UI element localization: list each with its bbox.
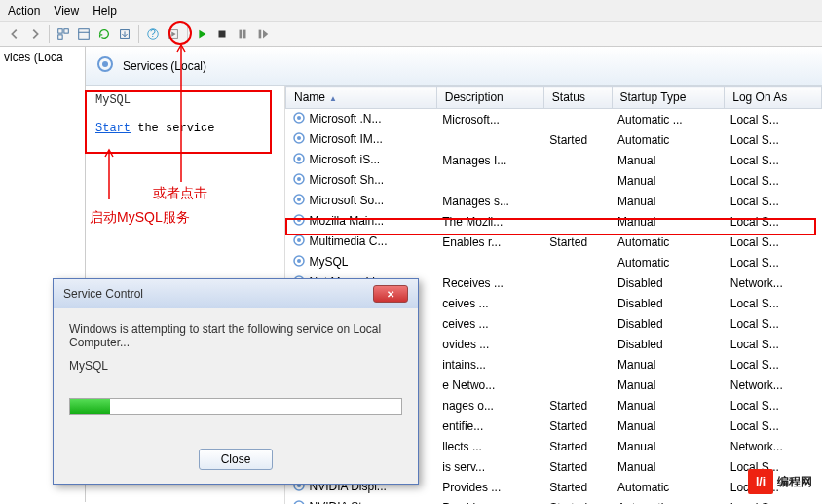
col-desc[interactable]: Description: [436, 87, 543, 109]
pause-icon[interactable]: [234, 25, 251, 43]
dialog-service-name: MySQL: [69, 359, 402, 373]
cell-status: [543, 375, 612, 395]
cell-logon: Local S...: [725, 170, 822, 191]
cell-startup: Automatic: [612, 477, 725, 497]
dialog-close-button[interactable]: ✕: [373, 285, 408, 303]
refresh-icon[interactable]: [95, 25, 113, 43]
table-row[interactable]: Mozilla Main...The Mozil...ManualLocal S…: [286, 211, 822, 232]
help-icon[interactable]: ?: [144, 25, 162, 43]
cell-status: [543, 191, 612, 211]
cell-desc: Manages s...: [436, 191, 543, 211]
menu-bar: Action View Help: [0, 0, 822, 22]
export-icon[interactable]: [116, 25, 133, 43]
cell-logon: Local S...: [725, 313, 822, 334]
cell-desc: [436, 252, 543, 272]
table-row[interactable]: Microsoft Sh...ManualLocal S...: [286, 170, 822, 191]
toolbar-divider: [49, 25, 50, 43]
play-icon[interactable]: [193, 25, 210, 43]
svg-point-28: [297, 238, 301, 242]
close-button[interactable]: Close: [199, 449, 274, 470]
cell-status: [543, 109, 612, 130]
cell-logon: Local S...: [725, 252, 822, 272]
service-control-dialog: Service Control ✕ Windows is attempting …: [53, 278, 419, 485]
cell-status: [543, 252, 612, 272]
cell-name: Microsoft iS...: [310, 153, 381, 166]
table-row[interactable]: Microsoft IM...StartedAutomaticLocal S..…: [286, 129, 822, 150]
svg-rect-12: [259, 30, 262, 39]
service-gear-icon: [292, 111, 306, 127]
col-startup[interactable]: Startup Type: [612, 87, 725, 109]
cell-status: [543, 211, 612, 232]
menu-action[interactable]: Action: [8, 4, 40, 18]
cell-desc: Enables r...: [436, 232, 543, 252]
start-service-link[interactable]: Start: [95, 122, 131, 135]
cell-startup: Disabled: [612, 293, 725, 313]
svg-point-16: [297, 116, 301, 120]
cell-status: [543, 170, 612, 191]
cell-startup: Automatic ...: [612, 109, 725, 130]
svg-rect-9: [219, 31, 226, 38]
svg-text:?: ?: [150, 27, 156, 39]
cell-desc: llects ...: [436, 436, 543, 456]
svg-point-24: [297, 198, 301, 201]
svg-point-22: [297, 177, 301, 181]
cell-startup: Disabled: [612, 272, 725, 293]
cell-logon: Local S...: [725, 129, 822, 150]
toolbar-divider: [187, 25, 188, 43]
cell-name: Microsoft .N...: [310, 112, 382, 126]
table-row[interactable]: Microsoft .N...Microsoft...Automatic ...…: [286, 109, 822, 130]
services-header: Services (Local): [86, 47, 822, 86]
restart-icon[interactable]: [254, 25, 272, 43]
service-gear-icon: [292, 193, 306, 209]
cell-logon: Local S...: [725, 497, 822, 504]
col-status[interactable]: Status: [543, 87, 612, 109]
menu-view[interactable]: View: [54, 4, 79, 18]
cell-logon: Local S...: [725, 109, 822, 130]
cell-startup: Manual: [612, 436, 725, 456]
table-row[interactable]: Multimedia C...Enables r...StartedAutoma…: [286, 232, 822, 252]
cell-desc: intains...: [436, 354, 543, 375]
menu-help[interactable]: Help: [93, 4, 117, 18]
cell-desc: is serv...: [436, 456, 543, 477]
step-icon[interactable]: [165, 25, 182, 43]
cell-status: Started: [543, 232, 612, 252]
back-icon[interactable]: [6, 25, 23, 43]
col-name[interactable]: Name▲: [286, 87, 437, 109]
cell-desc: nages o...: [436, 395, 543, 415]
cell-logon: Local S...: [725, 211, 822, 232]
cell-startup: Automatic: [612, 497, 725, 504]
svg-rect-1: [64, 29, 68, 33]
forward-icon[interactable]: [26, 25, 44, 43]
watermark-logo-icon: l/i: [748, 469, 773, 494]
toolbar-divider: [138, 25, 139, 43]
nav-tree-item[interactable]: vices (Loca: [4, 51, 63, 64]
service-gear-icon: [292, 254, 306, 270]
svg-rect-0: [58, 29, 62, 33]
svg-point-14: [102, 61, 108, 67]
cell-startup: Manual: [612, 150, 725, 170]
watermark-text: 编程网: [777, 474, 812, 490]
properties-icon[interactable]: [75, 25, 93, 43]
cell-desc: [436, 170, 543, 191]
dialog-title: Service Control: [63, 287, 143, 301]
cell-status: Started: [543, 436, 612, 456]
stop-icon[interactable]: [213, 25, 231, 43]
table-row[interactable]: Microsoft iS...Manages I...ManualLocal S…: [286, 150, 822, 170]
cell-status: [543, 313, 612, 334]
cell-desc: Manages I...: [436, 150, 543, 170]
cell-startup: Manual: [612, 456, 725, 477]
cell-startup: Disabled: [612, 334, 725, 354]
col-logon[interactable]: Log On As: [725, 87, 822, 109]
cell-logon: Local S...: [725, 293, 822, 313]
cell-status: Started: [543, 477, 612, 497]
tree-icon[interactable]: [55, 25, 72, 43]
cell-startup: Manual: [612, 375, 725, 395]
table-row[interactable]: MySQLAutomaticLocal S...: [286, 252, 822, 272]
cell-status: Started: [543, 395, 612, 415]
service-gear-icon: [292, 213, 306, 230]
cell-name: Microsoft IM...: [310, 132, 383, 146]
table-row[interactable]: NVIDIA Stere...Provides ...StartedAutoma…: [286, 497, 822, 504]
svg-point-26: [297, 218, 301, 222]
table-row[interactable]: Microsoft So...Manages s...ManualLocal S…: [286, 191, 822, 211]
cell-logon: Local S...: [725, 415, 822, 436]
